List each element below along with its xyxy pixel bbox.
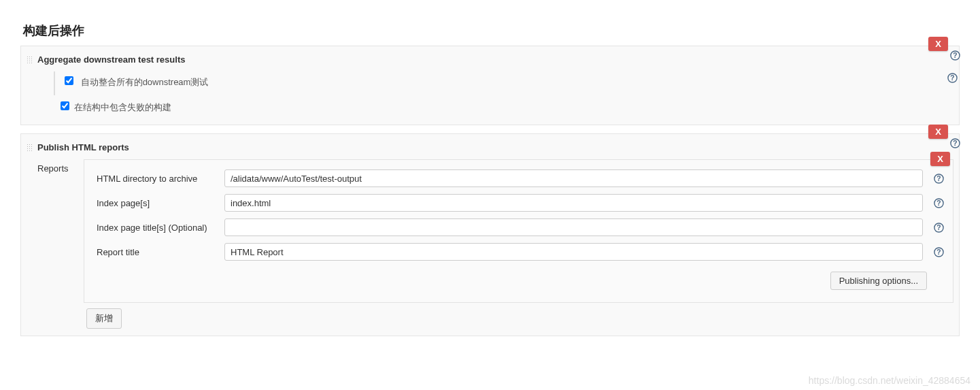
auto-aggregate-label: 自动整合所有的downstream测试 xyxy=(81,77,209,87)
drag-handle-icon[interactable] xyxy=(27,144,33,152)
index-titles-input[interactable] xyxy=(224,218,923,236)
help-icon[interactable] xyxy=(932,173,945,184)
auto-aggregate-checkbox[interactable] xyxy=(65,76,73,85)
help-icon[interactable] xyxy=(949,138,960,149)
delete-aggregate-button[interactable]: X xyxy=(928,37,948,51)
report-entry: X HTML directory to archive Index page[s… xyxy=(84,159,953,303)
publish-title: Publish HTML reports xyxy=(37,142,129,152)
auto-aggregate-row: 自动整合所有的downstream测试 xyxy=(62,71,953,95)
html-dir-input[interactable] xyxy=(224,169,923,187)
index-pages-input[interactable] xyxy=(224,194,923,212)
help-icon[interactable] xyxy=(932,222,945,233)
include-failed-row: 在结构中包含失败的构建 xyxy=(58,95,953,118)
report-title-input[interactable] xyxy=(224,243,923,261)
add-report-button[interactable]: 新增 xyxy=(86,308,122,329)
report-title-label: Report title xyxy=(92,247,215,257)
help-icon[interactable] xyxy=(932,197,945,208)
delete-report-button[interactable]: X xyxy=(930,152,950,166)
include-failed-label: 在结构中包含失败的构建 xyxy=(74,102,171,112)
help-icon[interactable] xyxy=(949,50,960,61)
delete-publish-button[interactable]: X xyxy=(928,125,948,139)
index-titles-label: Index page title[s] (Optional) xyxy=(92,223,215,233)
section-title: 构建后操作 xyxy=(20,10,960,46)
include-failed-checkbox[interactable] xyxy=(61,101,69,110)
drag-handle-icon[interactable] xyxy=(27,56,33,64)
html-dir-label: HTML directory to archive xyxy=(92,174,215,184)
help-icon[interactable] xyxy=(947,73,958,84)
aggregate-title: Aggregate downstream test results xyxy=(37,54,185,65)
publish-header[interactable]: Publish HTML reports xyxy=(27,141,953,157)
publish-panel: X Publish HTML reports Reports X HTML di… xyxy=(20,133,960,336)
reports-label: Reports xyxy=(27,159,75,174)
aggregate-header[interactable]: Aggregate downstream test results xyxy=(27,53,953,69)
publishing-options-button[interactable]: Publishing options... xyxy=(830,272,927,290)
index-pages-label: Index page[s] xyxy=(92,198,215,208)
aggregate-panel: X Aggregate downstream test results 自动整合… xyxy=(20,46,960,125)
help-icon[interactable] xyxy=(932,246,945,257)
